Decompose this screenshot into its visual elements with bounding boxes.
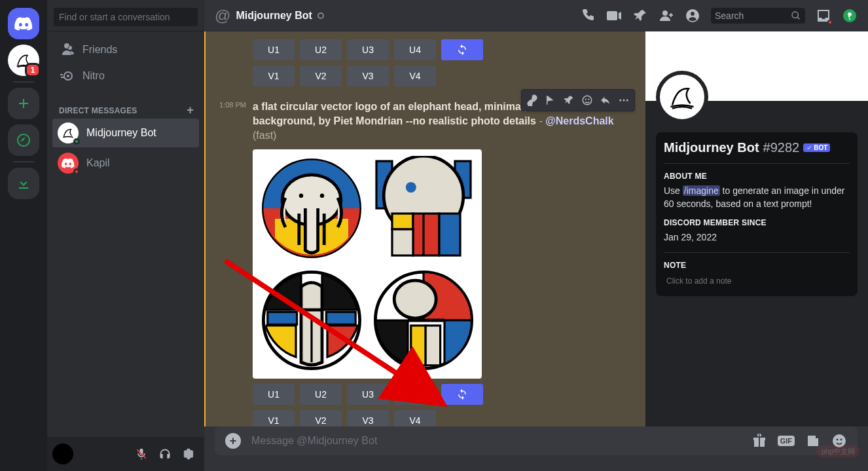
reroll-button[interactable]	[441, 384, 483, 405]
message-list[interactable]: U1 U2 U3 U4 V1 V2 V3 V4	[204, 31, 645, 426]
separator: -	[536, 115, 545, 126]
add-server-button[interactable]	[8, 88, 39, 119]
u1-button[interactable]: U1	[253, 39, 295, 60]
start-voice-call-button[interactable]	[580, 8, 596, 24]
attach-button[interactable]: +	[225, 433, 241, 449]
deafen-button[interactable]	[154, 443, 175, 464]
suffix-text: (fast)	[253, 130, 276, 141]
dm-item-midjourney[interactable]: Midjourney Bot	[52, 119, 199, 147]
profile-discriminator: #9282	[763, 140, 800, 155]
elephant-logo-4	[371, 268, 476, 373]
server-midjourney[interactable]: 1	[8, 45, 39, 76]
nav-friends[interactable]: Friends	[52, 37, 199, 63]
svg-point-40	[841, 439, 842, 441]
reply-button[interactable]	[596, 91, 615, 109]
dm-nav: Friends Nitro	[47, 31, 204, 94]
inbox-button[interactable]	[816, 8, 831, 24]
start-video-call-button[interactable]	[606, 8, 622, 24]
message-actions-toolbar	[521, 89, 635, 111]
u3-button[interactable]: U3	[347, 384, 389, 405]
dm-name: Kapil	[86, 157, 110, 169]
message-timestamp: 1:08 PM	[206, 101, 253, 109]
user-profile-button[interactable]	[685, 8, 700, 24]
phone-icon	[580, 8, 596, 24]
copy-link-button[interactable]	[523, 91, 541, 109]
svg-point-6	[792, 12, 798, 18]
svg-rect-33	[410, 326, 425, 366]
mark-unread-button[interactable]	[541, 91, 560, 109]
u4-button[interactable]: U4	[394, 384, 436, 405]
midjourney-sail-icon	[666, 81, 698, 113]
elephant-logo-2	[371, 156, 476, 261]
u3-button[interactable]: U3	[347, 39, 389, 60]
svg-rect-25	[439, 214, 460, 255]
nav-nitro[interactable]: Nitro	[52, 63, 199, 89]
svg-point-22	[405, 182, 416, 193]
v2-button[interactable]: V2	[300, 66, 342, 86]
reply-icon	[600, 94, 611, 106]
svg-point-18	[319, 193, 323, 197]
pinned-messages-button[interactable]	[632, 8, 648, 24]
gif-button[interactable]: GIF	[778, 436, 795, 446]
dm-name: Midjourney Bot	[86, 127, 156, 139]
u1-button[interactable]: U1	[253, 384, 295, 405]
settings-button[interactable]	[178, 443, 199, 464]
profile-avatar[interactable]	[656, 71, 708, 123]
dm-sidebar: Friends Nitro DIRECT MESSAGES + Midjourn…	[47, 0, 204, 471]
add-reaction-button[interactable]	[578, 91, 596, 109]
member-since-title: DISCORD MEMBER SINCE	[664, 218, 850, 227]
u2-button[interactable]: U2	[300, 384, 342, 405]
discord-logo-icon	[62, 157, 75, 170]
generated-image-grid[interactable]	[253, 149, 482, 379]
create-dm-button[interactable]: +	[187, 106, 194, 115]
u4-button[interactable]: U4	[394, 39, 436, 60]
v1-button[interactable]: V1	[253, 410, 295, 426]
pin-message-button[interactable]	[560, 91, 578, 109]
v3-button[interactable]: V3	[347, 410, 389, 426]
note-input[interactable]	[664, 274, 850, 288]
v2-button[interactable]: V2	[300, 410, 342, 426]
friends-icon	[59, 42, 75, 58]
help-button[interactable]	[842, 8, 858, 24]
image-cell-2	[369, 153, 478, 263]
about-title: ABOUT ME	[664, 172, 850, 181]
svg-rect-29	[267, 312, 297, 324]
status-offline-icon	[317, 12, 324, 19]
profile-card: Midjourney Bot#9282 BOT ABOUT ME Use /im…	[656, 132, 858, 296]
flag-icon	[545, 94, 556, 106]
user-info[interactable]	[52, 443, 126, 464]
more-button[interactable]	[615, 91, 633, 109]
u2-button[interactable]: U2	[300, 39, 342, 60]
user-mention[interactable]: @NerdsChalk	[545, 115, 614, 126]
discord-home-button[interactable]	[8, 8, 39, 39]
v4-button[interactable]: V4	[394, 66, 436, 86]
mention-badge: 1	[25, 63, 41, 77]
note-title: NOTE	[664, 261, 850, 270]
about-text: Use /imagine to generate an image in und…	[664, 185, 850, 210]
download-apps-button[interactable]	[8, 168, 39, 199]
add-friends-button[interactable]	[659, 8, 674, 24]
chat-input[interactable]: + Message @Midjourney Bot GIF	[215, 426, 858, 455]
search-placeholder: Search	[715, 10, 788, 21]
svg-rect-34	[425, 326, 440, 366]
gift-button[interactable]	[751, 433, 767, 449]
reroll-button[interactable]	[441, 39, 483, 60]
message: 1:08 PM a flat circular vector logo of a…	[206, 98, 645, 144]
svg-point-10	[585, 98, 587, 100]
svg-point-14	[626, 100, 628, 102]
mute-button[interactable]	[131, 443, 152, 464]
svg-rect-23	[392, 214, 413, 229]
svg-point-11	[588, 98, 589, 100]
v1-button[interactable]: V1	[253, 66, 295, 86]
discord-logo-icon	[14, 17, 33, 30]
explore-servers-button[interactable]	[8, 124, 39, 156]
svg-point-3	[662, 10, 668, 16]
nav-friends-label: Friends	[82, 44, 117, 56]
dm-search-input[interactable]	[54, 8, 198, 26]
v4-button[interactable]: V4	[394, 410, 436, 426]
profile-panel: Midjourney Bot#9282 BOT ABOUT ME Use /im…	[645, 31, 868, 426]
svg-rect-26	[392, 229, 413, 255]
dm-item-kapil[interactable]: Kapil	[52, 149, 199, 178]
header-search[interactable]: Search	[711, 8, 805, 24]
v3-button[interactable]: V3	[347, 66, 389, 86]
